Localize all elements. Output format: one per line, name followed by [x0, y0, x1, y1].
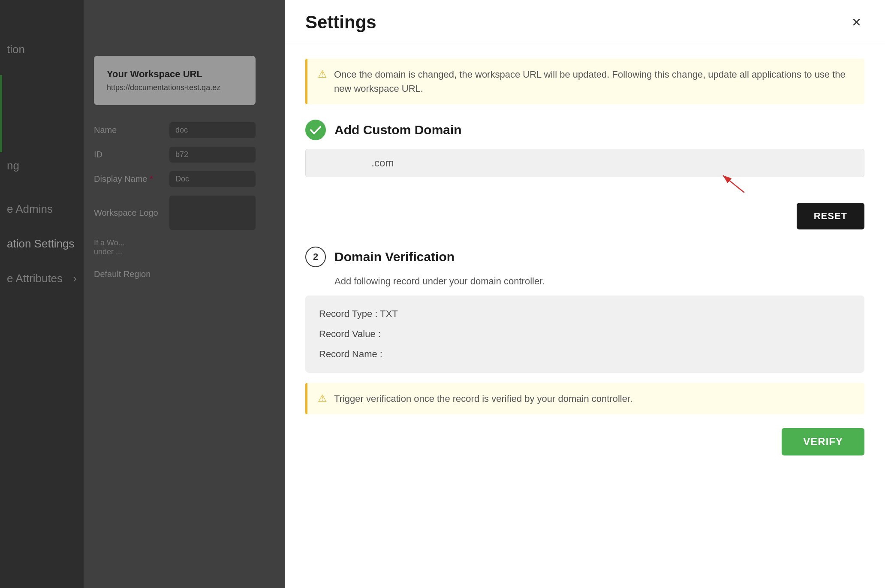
domain-verification-section: 2 Domain Verification Add following reco…	[305, 247, 864, 455]
modal-header: Settings ×	[285, 0, 885, 43]
warning-text-2: Trigger verification once the record is …	[334, 392, 632, 406]
warning-banner-verify: ⚠ Trigger verification once the record i…	[305, 383, 864, 414]
record-box: Record Type : TXT Record Value : Record …	[305, 296, 864, 373]
arrow-indicator	[719, 171, 753, 199]
verify-btn-row: VERIFY	[305, 428, 864, 455]
section-header-domain: Add Custom Domain	[305, 120, 864, 140]
record-type-row: Record Type : TXT	[319, 308, 851, 321]
add-custom-domain-section: Add Custom Domain	[305, 120, 864, 229]
settings-modal: Settings × ⚠ Once the domain is changed,…	[285, 0, 885, 588]
record-name-row: Record Name :	[319, 348, 851, 361]
section-header-verification: 2 Domain Verification	[305, 247, 864, 267]
add-custom-domain-title: Add Custom Domain	[334, 123, 462, 137]
verification-description: Add following record under your domain c…	[305, 276, 864, 287]
verify-button[interactable]: VERIFY	[782, 428, 864, 455]
warning-text: Once the domain is changed, the workspac…	[334, 67, 854, 96]
checkmark-icon	[306, 120, 325, 140]
reset-button[interactable]: RESET	[797, 203, 864, 229]
svg-line-2	[723, 175, 744, 193]
record-value-row: Record Value :	[319, 328, 851, 341]
svg-point-0	[307, 121, 324, 139]
modal-title: Settings	[305, 12, 376, 33]
warning-banner-domain: ⚠ Once the domain is changed, the worksp…	[305, 59, 864, 104]
domain-input-row	[305, 149, 864, 177]
reset-btn-row: RESET	[305, 203, 864, 229]
step-1-circle	[305, 120, 326, 140]
domain-input[interactable]	[305, 149, 864, 177]
warning-icon: ⚠	[318, 68, 327, 96]
close-button[interactable]: ×	[849, 13, 864, 32]
modal-body: ⚠ Once the domain is changed, the worksp…	[285, 43, 885, 588]
step-2-circle: 2	[305, 247, 326, 267]
domain-verification-title: Domain Verification	[334, 250, 455, 264]
warning-icon-2: ⚠	[318, 392, 327, 406]
